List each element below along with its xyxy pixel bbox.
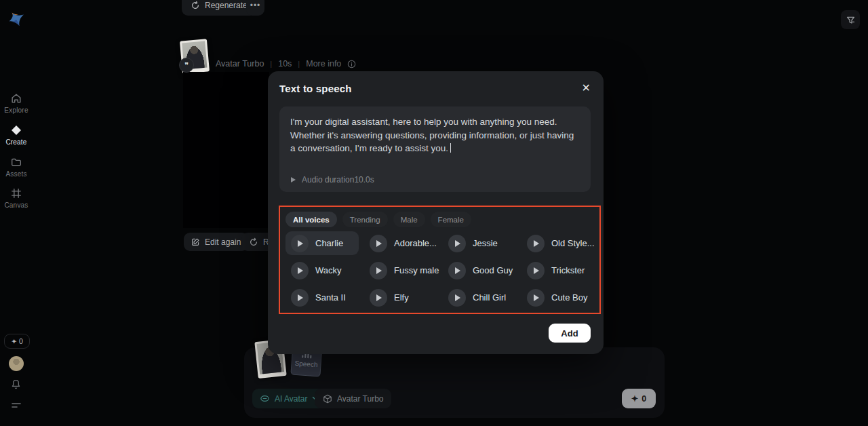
sidebar-item-assets[interactable]: Assets xyxy=(0,156,33,178)
regenerate-button[interactable]: Regenerate xyxy=(182,0,256,16)
play-icon[interactable] xyxy=(370,289,387,307)
voice-item-cute-boy[interactable]: Cute Boy xyxy=(521,286,595,309)
voice-item-adorable[interactable]: Adorable... xyxy=(364,231,437,255)
sidebar-item-create[interactable]: Create xyxy=(0,124,33,146)
sidebar-item-label: Create xyxy=(5,138,26,146)
speech-card-label: Speech xyxy=(294,359,318,368)
diamond-icon xyxy=(10,124,22,136)
voice-item-chill-girl[interactable]: Chill Girl xyxy=(443,286,516,309)
model-selector[interactable]: Avatar Turbo xyxy=(315,389,391,408)
voice-item-wacky[interactable]: Wacky xyxy=(285,258,359,282)
voice-item-good-guy[interactable]: Good Guy xyxy=(443,258,516,282)
modal-title: Text to speech xyxy=(279,83,352,94)
chip-female[interactable]: Female xyxy=(431,212,471,227)
avatar-mask-icon xyxy=(260,393,270,404)
sidebar-item-label: Assets xyxy=(5,170,26,178)
refresh-icon xyxy=(191,1,200,10)
text-cursor xyxy=(450,143,452,153)
menu-lines-icon[interactable] xyxy=(11,402,22,410)
sparkle-icon: ✦ xyxy=(11,337,17,345)
close-icon[interactable]: ✕ xyxy=(582,81,591,94)
notifications-bell-icon[interactable] xyxy=(10,379,22,390)
sidebar-item-label: Explore xyxy=(4,106,28,114)
speech-text-value: I'm your digital assistant, here to help… xyxy=(279,106,591,155)
play-icon[interactable] xyxy=(527,262,545,279)
separator: | xyxy=(270,60,272,68)
play-icon[interactable] xyxy=(448,235,466,252)
generation-panel: Speech AI Avatar Avatar Turbo ✦ 0 xyxy=(244,347,665,418)
edit-again-button[interactable]: Edit again xyxy=(184,233,248,251)
voice-grid: Charlie Adorable... Jessie Old Style... … xyxy=(285,231,600,309)
separator: | xyxy=(298,60,300,68)
filter-button[interactable] xyxy=(841,10,860,29)
edit-icon xyxy=(191,237,200,246)
sidebar-credits-pill[interactable]: ✦ 0 xyxy=(4,334,30,349)
play-icon[interactable] xyxy=(291,289,309,307)
app-root: Explore Create Assets Canvas ✦ 0 xyxy=(0,0,868,426)
speech-text-input[interactable]: I'm your digital assistant, here to help… xyxy=(279,106,591,192)
chip-all-voices[interactable]: All voices xyxy=(285,212,337,227)
filter-funnel-icon xyxy=(846,15,856,25)
voice-item-charlie[interactable]: Charlie xyxy=(285,231,359,255)
home-icon xyxy=(10,92,22,104)
user-avatar[interactable] xyxy=(9,356,24,371)
audio-duration-row: Audio duration10.0s xyxy=(291,175,374,185)
voice-item-elfy[interactable]: Elfy xyxy=(364,286,437,309)
model-name-label: Avatar Turbo xyxy=(216,59,264,69)
sidebar-credits-value: 0 xyxy=(19,337,23,345)
duration-label: 10s xyxy=(278,59,292,69)
play-icon[interactable] xyxy=(370,235,387,252)
audio-duration-text: Audio duration10.0s xyxy=(302,175,374,185)
model-label: Avatar Turbo xyxy=(337,394,383,404)
voice-selection-highlight: All voices Trending Male Female Charlie … xyxy=(279,206,601,314)
refresh-icon xyxy=(249,237,258,247)
sidebar-item-label: Canvas xyxy=(4,201,28,209)
chip-male[interactable]: Male xyxy=(393,212,425,227)
cube-icon xyxy=(323,394,332,404)
play-icon[interactable] xyxy=(527,289,545,307)
play-icon[interactable] xyxy=(527,235,545,252)
generation-meta: Avatar Turbo | 10s | More info xyxy=(216,59,356,69)
play-icon[interactable] xyxy=(291,235,309,252)
add-button[interactable]: Add xyxy=(549,324,591,343)
voice-item-fussy-male[interactable]: Fussy male xyxy=(364,258,437,282)
quote-badge-icon: ❞ xyxy=(179,58,194,73)
generate-credits-button[interactable]: ✦ 0 xyxy=(622,389,656,408)
video-preview[interactable] xyxy=(183,72,269,228)
voice-item-santa-ii[interactable]: Santa II xyxy=(285,286,359,309)
sidebar-item-canvas[interactable]: Canvas xyxy=(0,187,33,209)
ai-avatar-label: AI Avatar xyxy=(275,394,307,404)
folder-icon xyxy=(10,156,22,168)
more-info-link[interactable]: More info xyxy=(306,59,341,69)
voice-item-jessie[interactable]: Jessie xyxy=(443,231,516,255)
play-icon[interactable] xyxy=(291,262,309,279)
play-icon[interactable] xyxy=(448,262,466,279)
voice-item-trickster[interactable]: Trickster xyxy=(521,258,595,282)
regenerate-label: Regenerate xyxy=(205,1,248,10)
play-icon[interactable] xyxy=(448,289,466,307)
voice-filter-chips: All voices Trending Male Female xyxy=(285,212,471,227)
edit-again-label: Edit again xyxy=(205,237,241,247)
sidebar: Explore Create Assets Canvas ✦ 0 xyxy=(0,0,33,426)
chip-trending[interactable]: Trending xyxy=(342,212,388,227)
info-icon[interactable] xyxy=(347,60,356,69)
credits-value: 0 xyxy=(642,394,646,404)
sparkle-icon: ✦ xyxy=(631,393,638,404)
more-options-button[interactable]: ••• xyxy=(246,0,264,16)
play-icon[interactable] xyxy=(370,262,387,279)
ellipsis-icon: ••• xyxy=(250,1,261,10)
app-logo-icon[interactable] xyxy=(7,9,26,28)
play-icon[interactable] xyxy=(291,177,296,182)
canvas-frame-icon xyxy=(10,187,22,199)
voice-item-old-style[interactable]: Old Style... xyxy=(521,231,595,255)
text-to-speech-modal: Text to speech ✕ I'm your digital assist… xyxy=(268,71,604,354)
sidebar-item-explore[interactable]: Explore xyxy=(0,92,33,114)
